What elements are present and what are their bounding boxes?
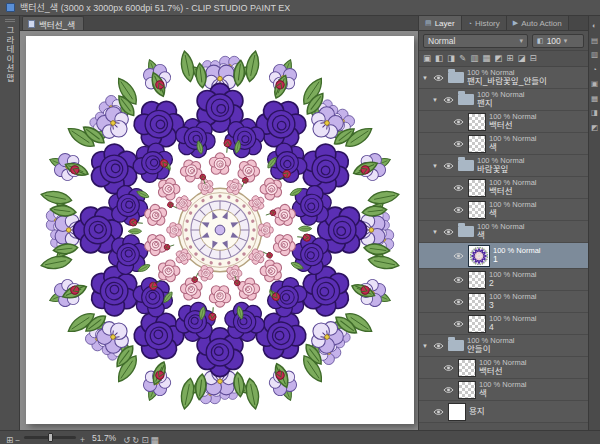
material-icon[interactable]: ◩ — [590, 124, 599, 132]
navigator-icon[interactable]: ▦ — [590, 95, 599, 103]
visibility-eye-icon[interactable] — [452, 206, 465, 214]
zoom-slider[interactable] — [24, 436, 76, 439]
layer-name[interactable]: 색 — [489, 143, 537, 152]
reset-view-icon[interactable]: ▦ — [150, 435, 160, 444]
layer-row[interactable]: 100 % Normal 1 — [419, 243, 588, 269]
layer-row[interactable]: 100 % Normal 백터선 — [419, 357, 588, 379]
zoom-out-icon[interactable]: − — [14, 435, 21, 444]
visibility-eye-icon[interactable] — [452, 320, 465, 328]
layer-row[interactable]: ▼ 100 % Normal 안들이 — [419, 335, 588, 357]
color-wheel-icon[interactable]: ◐ — [591, 22, 598, 30]
visibility-eye-icon[interactable] — [432, 74, 445, 82]
zoom-slider-thumb[interactable] — [48, 433, 53, 442]
visibility-eye-icon[interactable] — [452, 298, 465, 306]
layer-name[interactable]: 팬지_바람꽃잎_안들이 — [467, 77, 547, 86]
layer-thumbnail[interactable] — [468, 271, 486, 289]
layer-thumbnail[interactable] — [468, 113, 486, 131]
layer-thumbnail[interactable] — [458, 359, 476, 377]
layer-thumbnail[interactable] — [468, 179, 486, 197]
visibility-eye-icon[interactable] — [442, 364, 455, 372]
tool-property-icon[interactable]: ▥ — [590, 51, 599, 59]
sub-view-icon[interactable]: ◨ — [590, 109, 599, 117]
layer-thumbnail[interactable] — [468, 201, 486, 219]
layer-row[interactable]: 100 % Normal 색 — [419, 379, 588, 401]
layer-name[interactable]: 색 — [489, 209, 537, 218]
expand-arrow-icon[interactable]: ▼ — [421, 75, 429, 81]
layer-row[interactable]: 용지 — [419, 401, 588, 423]
document-tab[interactable]: 백터선_색 — [22, 16, 84, 30]
visibility-eye-icon[interactable] — [452, 140, 465, 148]
layer-row[interactable]: 100 % Normal 백터선 — [419, 177, 588, 199]
layer-row[interactable]: ▼ 100 % Normal 바람꽃잎 — [419, 155, 588, 177]
layer-name[interactable]: 백터선 — [479, 367, 527, 376]
visibility-eye-icon[interactable] — [452, 184, 465, 192]
visibility-eye-icon[interactable] — [432, 342, 445, 350]
visibility-eye-icon[interactable] — [452, 252, 465, 260]
layer-row[interactable]: 100 % Normal 3 — [419, 291, 588, 313]
mandala-canvas[interactable] — [26, 36, 414, 424]
layer-row[interactable]: ▼ 100 % Normal 팬지 — [419, 89, 588, 111]
opacity-control[interactable]: ◧ 100 ▾ — [532, 34, 584, 48]
visibility-eye-icon[interactable] — [442, 162, 455, 170]
layer-name[interactable]: 색 — [479, 389, 527, 398]
layer-name[interactable]: 1 — [493, 255, 541, 264]
blend-effect-icon[interactable]: ▣ — [422, 54, 432, 63]
layer-thumbnail[interactable] — [468, 315, 486, 333]
layer-name[interactable]: 팬지 — [477, 99, 525, 108]
visibility-eye-icon[interactable] — [452, 276, 465, 284]
canvas-area[interactable] — [20, 31, 418, 430]
expand-arrow-icon[interactable]: ▼ — [431, 229, 439, 235]
lock-layer-icon[interactable]: ▥ — [469, 54, 479, 63]
visibility-eye-icon[interactable] — [432, 408, 445, 416]
clip-at-layer-icon[interactable]: ◧ — [434, 54, 444, 63]
gradient-map-palette-label[interactable]: 그라데이션맵 — [4, 26, 16, 83]
layer-name[interactable]: 2 — [489, 279, 537, 288]
layer-property-icon[interactable]: ▣ — [590, 80, 599, 88]
layer-row[interactable]: 100 % Normal 2 — [419, 269, 588, 291]
color-set-icon[interactable]: ▤ — [590, 37, 599, 45]
layer-name[interactable]: 4 — [489, 323, 537, 332]
layer-row[interactable]: 100 % Normal 4 — [419, 313, 588, 335]
layer-row[interactable]: 100 % Normal 색 — [419, 133, 588, 155]
tab-auto-action[interactable]: ▶ Auto Action — [507, 16, 569, 30]
reference-layer-icon[interactable]: ◨ — [446, 54, 456, 63]
layer-name[interactable]: 안들이 — [467, 345, 515, 354]
layer-row[interactable]: ▼ 100 % Normal 색 — [419, 221, 588, 243]
expand-arrow-icon[interactable]: ▼ — [431, 97, 439, 103]
layer-thumbnail[interactable] — [458, 381, 476, 399]
blend-mode-select[interactable]: Normal ▾ — [423, 34, 528, 48]
tab-history[interactable]: ◔ History — [462, 16, 507, 30]
layer-row[interactable]: 100 % Normal 색 — [419, 199, 588, 221]
layer-name[interactable]: 백터선 — [489, 187, 537, 196]
folder-icon — [458, 94, 474, 105]
layer-name[interactable]: 바람꽃잎 — [477, 165, 525, 174]
visibility-eye-icon[interactable] — [442, 386, 455, 394]
layer-thumbnail[interactable] — [468, 245, 490, 267]
tab-layer[interactable]: ▤ Layer — [419, 16, 462, 30]
visibility-eye-icon[interactable] — [442, 96, 455, 104]
grid-icon[interactable]: ⊞ — [5, 435, 14, 444]
two-pane-icon[interactable]: ⊟ — [528, 54, 537, 63]
layer-thumbnail[interactable] — [448, 403, 466, 421]
layer-name[interactable]: 3 — [489, 301, 537, 310]
visibility-eye-icon[interactable] — [442, 228, 455, 236]
fit-screen-icon[interactable]: ⊡ — [140, 435, 149, 444]
layer-name[interactable]: 백터선 — [489, 121, 537, 130]
layer-thumbnail[interactable] — [468, 135, 486, 153]
expand-arrow-icon[interactable]: ▼ — [421, 343, 429, 349]
layer-color-icon[interactable]: ◪ — [516, 54, 526, 63]
layer-name[interactable]: 용지 — [469, 407, 485, 416]
rotate-left-icon[interactable]: ↺ — [122, 435, 131, 444]
layer-name[interactable]: 색 — [477, 231, 525, 240]
ruler-icon[interactable]: ⊞ — [505, 54, 514, 63]
layer-row[interactable]: 100 % Normal 백터선 — [419, 111, 588, 133]
zoom-in-icon[interactable]: + — [79, 435, 86, 444]
draft-layer-icon[interactable]: ✎ — [458, 54, 467, 63]
layer-thumbnail[interactable] — [468, 293, 486, 311]
visibility-eye-icon[interactable] — [452, 118, 465, 126]
enable-mask-icon[interactable]: ◩ — [493, 54, 503, 63]
lock-transparent-icon[interactable]: ▦ — [481, 54, 491, 63]
brush-size-icon[interactable]: ◔ — [591, 66, 598, 74]
layer-row[interactable]: ▼ 100 % Normal 팬지_바람꽃잎_안들이 — [419, 67, 588, 89]
expand-arrow-icon[interactable]: ▼ — [431, 163, 439, 169]
